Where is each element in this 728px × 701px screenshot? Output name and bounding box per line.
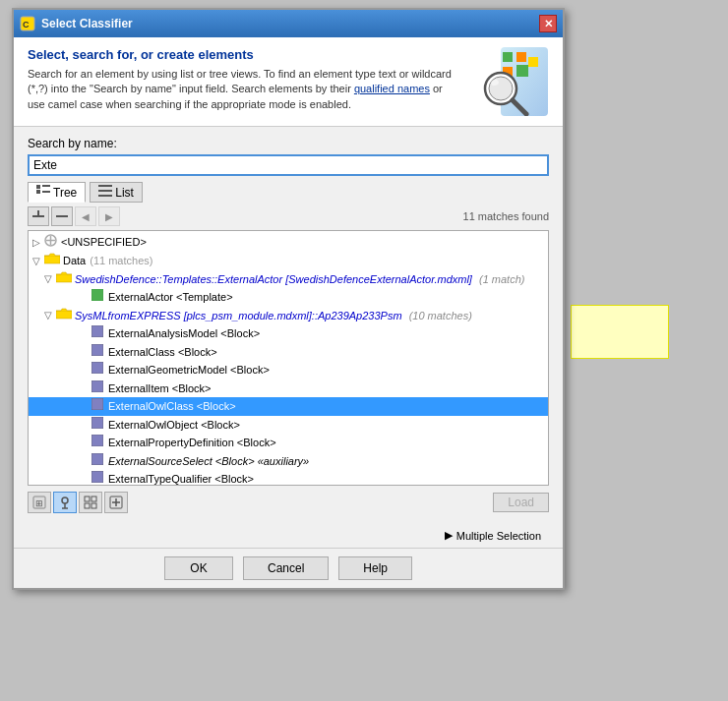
help-button[interactable]: Help bbox=[338, 556, 412, 580]
svg-rect-14 bbox=[36, 190, 40, 194]
matches-label: 11 matches found bbox=[463, 210, 549, 222]
next-match-button[interactable]: ▶ bbox=[98, 206, 120, 226]
svg-text:C: C bbox=[23, 20, 30, 29]
svg-text:⊞: ⊞ bbox=[35, 498, 43, 508]
expand-button[interactable] bbox=[79, 492, 102, 513]
svg-rect-21 bbox=[56, 215, 68, 217]
tree-item-type-qualifier[interactable]: ExternalTypeQualifier <Block> bbox=[29, 470, 548, 486]
dialog-title: Select Classifier bbox=[41, 17, 133, 30]
svg-rect-31 bbox=[91, 417, 103, 429]
svg-rect-18 bbox=[98, 195, 112, 197]
sticky-note bbox=[571, 305, 669, 359]
analysis-model-icon bbox=[91, 325, 105, 341]
magnifier-illustration bbox=[471, 47, 548, 116]
tree-item-external-item[interactable]: ExternalItem <Block> bbox=[29, 380, 548, 398]
bottom-toolbar: ⊞ Load bbox=[28, 492, 549, 513]
svg-rect-6 bbox=[516, 65, 528, 77]
dialog-body: Search by name: Tree List bbox=[14, 127, 563, 523]
external-item-icon bbox=[91, 380, 105, 396]
close-button[interactable]: ✕ bbox=[539, 15, 557, 32]
svg-rect-7 bbox=[528, 57, 538, 67]
tree-item-unspecified[interactable]: ▷ <UNSPECIFIED> bbox=[29, 233, 548, 252]
toolbar-left: ◀ ▶ bbox=[28, 206, 120, 226]
view-tabs: Tree List bbox=[28, 182, 549, 203]
svg-rect-42 bbox=[91, 503, 96, 508]
collapse-all-button[interactable] bbox=[28, 206, 49, 226]
tree-item-geometric-model[interactable]: ExternalGeometricModel <Block> bbox=[29, 361, 548, 380]
svg-rect-26 bbox=[91, 325, 103, 337]
tab-list[interactable]: List bbox=[90, 182, 143, 203]
multiple-selection-button[interactable]: ▶ Multiple Selection bbox=[437, 527, 549, 544]
svg-rect-30 bbox=[91, 398, 103, 410]
external-owl-object-icon bbox=[91, 417, 105, 433]
search-input[interactable] bbox=[28, 154, 549, 176]
external-class-label: ExternalClass <Block> bbox=[108, 344, 217, 361]
qualified-names-link[interactable]: qualified names bbox=[354, 83, 430, 94]
svg-rect-32 bbox=[91, 435, 103, 446]
source-select-icon bbox=[91, 453, 105, 469]
geometric-model-icon bbox=[91, 362, 105, 378]
tree-item-external-actor[interactable]: ExternalActor <Template> bbox=[29, 288, 548, 307]
multiple-selection-label: Multiple Selection bbox=[456, 530, 541, 542]
unspecified-label: <UNSPECIFIED> bbox=[61, 234, 147, 251]
tree-item-external-owl-class[interactable]: ExternalOwlClass <Block> bbox=[29, 397, 548, 416]
scope-button[interactable] bbox=[53, 492, 77, 513]
svg-rect-13 bbox=[42, 185, 50, 187]
expand-data[interactable]: ▽ bbox=[32, 254, 42, 268]
tab-tree[interactable]: Tree bbox=[28, 182, 86, 203]
expand-unspecified[interactable]: ▷ bbox=[32, 235, 42, 250]
tab-list-label: List bbox=[115, 186, 134, 200]
sysml-count: (10 matches) bbox=[406, 308, 472, 324]
previous-match-button[interactable]: ◀ bbox=[75, 206, 96, 226]
header-title: Select, search for, or create elements bbox=[28, 47, 460, 62]
tree-item-swedish-defence[interactable]: ▽ SwedishDefence::Templates::ExternalAct… bbox=[29, 270, 548, 289]
external-class-icon bbox=[91, 344, 105, 360]
tree-item-external-class[interactable]: ExternalClass <Block> bbox=[29, 343, 548, 362]
external-actor-label: ExternalActor <Template> bbox=[108, 289, 233, 306]
data-count: (11 matches) bbox=[90, 253, 152, 269]
toolbar: ◀ ▶ 11 matches found bbox=[28, 206, 549, 226]
expand-external-actor bbox=[80, 290, 90, 305]
expand-sysml[interactable]: ▽ bbox=[44, 308, 54, 322]
navigate-back-button[interactable]: ⊞ bbox=[28, 492, 51, 513]
property-definition-label: ExternalPropertyDefinition <Block> bbox=[108, 435, 276, 451]
geometric-model-label: ExternalGeometricModel <Block> bbox=[108, 362, 270, 379]
multi-select-row: ▶ Multiple Selection bbox=[14, 523, 563, 548]
header-icon bbox=[470, 47, 549, 116]
load-button[interactable]: Load bbox=[493, 493, 549, 512]
add-button[interactable] bbox=[104, 492, 128, 513]
svg-rect-28 bbox=[91, 362, 103, 374]
sysml-folder-icon bbox=[56, 308, 72, 323]
svg-rect-29 bbox=[91, 380, 103, 392]
svg-point-9 bbox=[489, 77, 513, 100]
header-text: Select, search for, or create elements S… bbox=[28, 47, 460, 112]
tree-item-sysml[interactable]: ▽ SysMLfromEXPRESS [plcs_psm_module.mdxm… bbox=[29, 307, 548, 325]
svg-rect-15 bbox=[42, 191, 50, 193]
expand-selected-button[interactable] bbox=[51, 206, 73, 226]
svg-rect-3 bbox=[503, 52, 513, 62]
expand-swedish[interactable]: ▽ bbox=[44, 271, 54, 286]
svg-rect-27 bbox=[91, 344, 103, 356]
external-actor-icon bbox=[91, 289, 105, 305]
svg-rect-40 bbox=[91, 497, 96, 501]
svg-rect-4 bbox=[516, 52, 526, 62]
svg-rect-17 bbox=[98, 190, 112, 192]
ok-button[interactable]: OK bbox=[164, 556, 233, 580]
property-definition-icon bbox=[91, 435, 105, 450]
source-select-label: ExternalSourceSelect <Block> «auxiliary» bbox=[108, 453, 309, 470]
tree-item-analysis-model[interactable]: ExternalAnalysisModel <Block> bbox=[29, 324, 548, 343]
cancel-button[interactable]: Cancel bbox=[243, 556, 329, 580]
tree-item-property-definition[interactable]: ExternalPropertyDefinition <Block> bbox=[29, 434, 548, 452]
tree-panel[interactable]: ▷ <UNSPECIFIED> ▽ Data (11 matches) ▽ bbox=[28, 230, 549, 486]
data-label: Data bbox=[63, 253, 86, 269]
tree-item-external-owl-object[interactable]: ExternalOwlObject <Block> bbox=[29, 416, 548, 435]
external-owl-object-label: ExternalOwlObject <Block> bbox=[108, 417, 240, 434]
tab-tree-label: Tree bbox=[53, 186, 77, 200]
svg-rect-25 bbox=[91, 289, 103, 301]
tree-item-source-select[interactable]: ExternalSourceSelect <Block> «auxiliary» bbox=[29, 452, 548, 471]
svg-rect-16 bbox=[98, 185, 112, 187]
tree-item-data[interactable]: ▽ Data (11 matches) bbox=[29, 252, 548, 270]
type-qualifier-icon bbox=[91, 471, 105, 486]
swedish-count: (1 match) bbox=[476, 271, 525, 288]
svg-rect-12 bbox=[36, 185, 40, 189]
